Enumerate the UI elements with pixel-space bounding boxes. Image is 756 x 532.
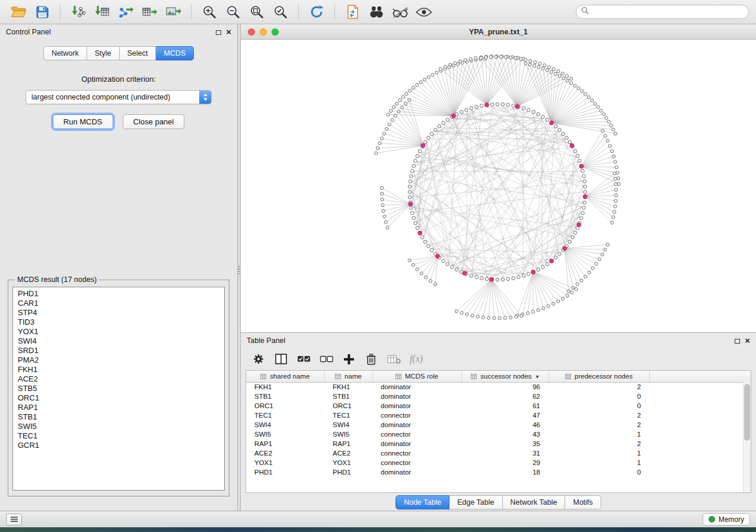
graph-node[interactable] [410, 206, 413, 210]
graph-node[interactable] [418, 149, 422, 153]
table-cell[interactable]: 0 [548, 392, 649, 401]
graph-node[interactable] [533, 64, 536, 67]
graph-node[interactable] [425, 275, 428, 278]
graph-node[interactable] [570, 291, 573, 294]
graph-node[interactable] [475, 105, 479, 109]
graph-node[interactable] [476, 315, 479, 318]
delete-table-icon[interactable] [384, 351, 403, 367]
table-cell[interactable]: connector [372, 458, 461, 467]
table-cell[interactable]: 2 [548, 439, 649, 448]
graph-node[interactable] [606, 139, 609, 142]
graph-node[interactable] [596, 105, 599, 108]
table-cell[interactable]: dominator [372, 401, 461, 411]
graph-dominator-node[interactable] [570, 143, 574, 148]
graph-node[interactable] [570, 81, 573, 84]
table-cell[interactable]: connector [372, 411, 461, 420]
graph-node[interactable] [565, 136, 569, 140]
table-cell[interactable]: connector [372, 448, 461, 458]
graph-node[interactable] [434, 129, 438, 132]
graph-node[interactable] [546, 69, 548, 72]
graph-node[interactable] [464, 59, 467, 62]
table-cell[interactable]: 1 [548, 448, 649, 458]
graph-dominator-node[interactable] [462, 271, 467, 275]
column-header-shared-name[interactable]: shared name [246, 371, 324, 382]
graph-node[interactable] [382, 132, 385, 135]
graph-node[interactable] [548, 66, 551, 69]
mcds-result-item[interactable]: STB1 [18, 412, 219, 422]
graph-node[interactable] [541, 67, 544, 70]
graph-node[interactable] [591, 267, 594, 270]
graph-node[interactable] [576, 283, 579, 286]
graph-node[interactable] [558, 75, 561, 78]
graph-node[interactable] [469, 57, 472, 60]
graph-node[interactable] [431, 73, 434, 76]
graph-node[interactable] [460, 312, 463, 315]
table-cell[interactable]: ACE2 [324, 448, 372, 458]
graph-node[interactable] [522, 107, 525, 110]
graph-node[interactable] [566, 79, 569, 82]
float-panel-icon[interactable] [216, 29, 221, 35]
graph-node[interactable] [541, 116, 545, 119]
tab-select[interactable]: Select [120, 46, 157, 60]
graph-node[interactable] [584, 275, 587, 278]
graph-node[interactable] [498, 316, 501, 319]
graph-node[interactable] [512, 277, 515, 280]
graph-node[interactable] [434, 283, 437, 286]
graph-node[interactable] [617, 182, 620, 185]
graph-node[interactable] [554, 72, 557, 75]
graph-node[interactable] [612, 128, 615, 131]
graph-dominator-node[interactable] [583, 194, 587, 198]
graph-node[interactable] [459, 60, 462, 63]
graph-node[interactable] [562, 297, 564, 300]
graph-node[interactable] [416, 226, 419, 230]
graph-node[interactable] [416, 154, 419, 158]
show-columns-icon[interactable] [272, 351, 291, 367]
mcds-result-item[interactable]: STP4 [18, 308, 219, 318]
mcds-result-item[interactable]: SRD1 [18, 346, 219, 355]
graph-node[interactable] [537, 113, 540, 116]
graph-node[interactable] [532, 110, 535, 114]
graph-dominator-node[interactable] [577, 223, 581, 227]
table-cell[interactable]: ORC1 [324, 401, 372, 411]
graph-node[interactable] [388, 123, 391, 126]
graph-node[interactable] [580, 89, 583, 92]
table-cell[interactable]: 18 [461, 467, 548, 477]
table-cell[interactable]: FKH1 [246, 382, 324, 392]
mcds-result-item[interactable]: SWI5 [18, 422, 219, 431]
graph-node[interactable] [602, 113, 605, 116]
graph-node[interactable] [414, 159, 417, 163]
graph-node[interactable] [412, 164, 416, 168]
graph-node[interactable] [587, 95, 590, 98]
table-cell[interactable]: connector [372, 430, 461, 439]
graph-node[interactable] [608, 145, 611, 148]
table-row[interactable]: YOX1YOX1connector291 [246, 458, 751, 467]
table-cell[interactable]: ORC1 [246, 401, 324, 411]
graph-node[interactable] [506, 277, 510, 281]
table-scrollbar[interactable] [743, 382, 751, 492]
graph-node[interactable] [582, 206, 586, 210]
graph-node[interactable] [599, 109, 602, 112]
graph-node[interactable] [613, 172, 616, 175]
tab-mcds[interactable]: MCDS [156, 46, 194, 60]
graph-node[interactable] [384, 220, 387, 223]
graph-node[interactable] [583, 190, 587, 194]
graph-node[interactable] [605, 116, 608, 119]
graph-node[interactable] [504, 56, 507, 59]
graph-node[interactable] [412, 216, 416, 220]
run-mcds-button[interactable]: Run MCDS [53, 114, 113, 129]
zoom-selected-icon[interactable] [269, 2, 292, 21]
graph-node[interactable] [509, 56, 512, 59]
graph-node[interactable] [470, 274, 473, 277]
graph-node[interactable] [380, 137, 383, 140]
table-cell[interactable]: YOX1 [324, 458, 372, 467]
table-cell[interactable]: STB1 [246, 392, 324, 401]
mcds-result-item[interactable]: TEC1 [18, 431, 219, 441]
table-row[interactable]: TEC1TEC1connector472 [246, 411, 751, 420]
table-tab-node-table[interactable]: Node Table [395, 495, 449, 509]
close-panel-button[interactable]: Close panel [123, 114, 185, 129]
table-cell[interactable]: FKH1 [324, 382, 372, 392]
graph-node[interactable] [524, 58, 527, 61]
graph-node[interactable] [581, 211, 585, 215]
graph-node[interactable] [381, 198, 384, 201]
graph-node[interactable] [465, 108, 468, 112]
